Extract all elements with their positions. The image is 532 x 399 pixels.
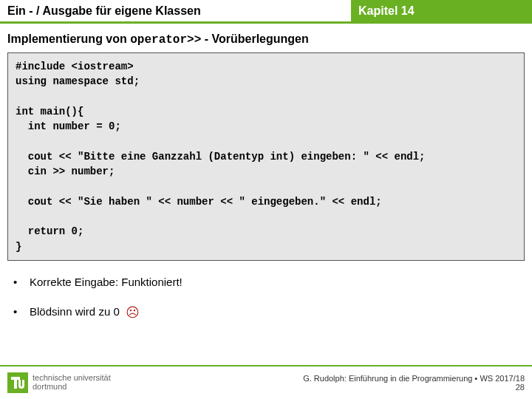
code-block: #include <iostream> using namespace std;… (7, 52, 525, 261)
subtitle-prefix: Implementierung von (7, 33, 130, 45)
slide-subtitle: Implementierung von operator>> - Vorüber… (0, 24, 532, 52)
bullet-dot: • (13, 305, 30, 318)
bullet-list: •Korrekte Eingabe: Funktioniert! •Blödsi… (0, 261, 532, 321)
slide-footer: technische universität dortmund G. Rudol… (0, 365, 532, 399)
list-item: •Korrekte Eingabe: Funktioniert! (13, 276, 525, 288)
header-title-right: Kapitel 14 (351, 0, 532, 24)
list-item-text: Blödsinn wird zu 0 (30, 305, 120, 318)
frown-icon: ☹ (126, 305, 140, 320)
slide-header: Ein - / Ausgabe für eigene Klassen Kapit… (0, 0, 532, 24)
subtitle-mono: operator>> (130, 33, 201, 47)
tu-logo-icon (7, 372, 28, 393)
svg-rect-0 (7, 372, 28, 393)
page-number: 28 (303, 383, 525, 392)
university-name: technische universität dortmund (33, 374, 111, 391)
header-title-left: Ein - / Ausgabe für eigene Klassen (0, 0, 351, 24)
list-item-text: Korrekte Eingabe: Funktioniert! (30, 276, 183, 288)
footer-credit: G. Rudolph: Einführung in die Programmie… (303, 374, 525, 392)
subtitle-suffix: - Vorüberlegungen (201, 33, 308, 45)
credit-text: G. Rudolph: Einführung in die Programmie… (303, 374, 525, 383)
bullet-dot: • (13, 276, 30, 288)
uni-line2: dortmund (33, 383, 111, 392)
list-item: •Blödsinn wird zu 0☹ (13, 304, 525, 321)
university-logo: technische universität dortmund (7, 372, 111, 393)
svg-rect-2 (14, 377, 17, 389)
